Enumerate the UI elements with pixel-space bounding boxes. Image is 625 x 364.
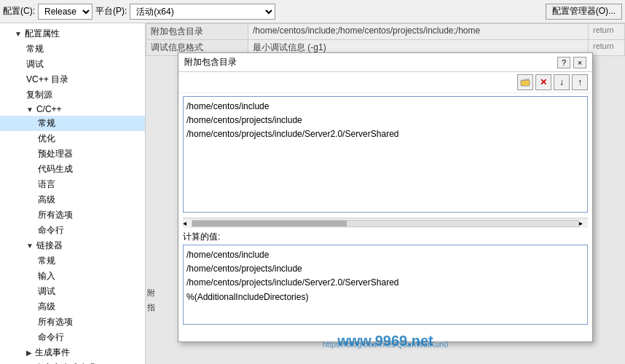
sidebar-label-ming-ling-hang: 命令行 [38, 224, 64, 237]
sidebar-item-lj-gao-ji[interactable]: 高级 [0, 299, 145, 314]
sidebar-item-lj-ming-ling-hang[interactable]: 命令行 [0, 330, 145, 345]
sidebar-item-yu-yan[interactable]: 语言 [0, 177, 145, 192]
sidebar-item-you-hua[interactable]: 优化 [0, 131, 145, 146]
sidebar-item-c-chang-gui[interactable]: 常规 [0, 116, 145, 131]
sidebar-label-lj-diao-shi: 调试 [38, 285, 55, 298]
sidebar-label-vc-plus-plus: VC++ 目录 [26, 74, 68, 86]
tree-arrow-sheng-cheng-shi-jian [26, 349, 32, 357]
main-layout: 配置属性 常规 调试 VC++ 目录 复制源 C/C++ 常规 优化 [0, 23, 625, 364]
main-toolbar: 配置(C): Release 平台(P): 活动(x64) 配置管理器(O)..… [0, 0, 625, 23]
sidebar-label-lj-chang-gui: 常规 [38, 255, 55, 267]
bottom-label1: 附 [147, 288, 155, 298]
sidebar-label-chang-gui: 常规 [26, 43, 44, 55]
move-up-btn[interactable]: ↑ [572, 74, 588, 90]
bottom-label2: 指 [147, 302, 155, 313]
sidebar-item-fu-zhi-yuan[interactable]: 复制源 [0, 87, 145, 103]
delete-btn[interactable]: ✕ [535, 74, 551, 90]
hscroll-track[interactable] [192, 220, 579, 227]
sidebar-item-diao-shi[interactable]: 调试 [0, 57, 145, 72]
sidebar-label-lj-shu-ru: 输入 [38, 270, 55, 282]
modal-title: 附加包含目录 [184, 56, 237, 68]
sidebar-item-c-cpp[interactable]: C/C++ [0, 103, 145, 116]
tree-arrow-lian-jie-qi [26, 242, 34, 250]
sidebar-label-yu-chu-li-qi: 预处理器 [38, 148, 73, 160]
sidebar-item-dai-ma-sheng-cheng[interactable]: 代码生成 [0, 162, 145, 177]
sidebar-item-gao-ji[interactable]: 高级 [0, 192, 145, 207]
sidebar-item-lj-diao-shi[interactable]: 调试 [0, 284, 145, 299]
sidebar-item-yu-chu-li-qi[interactable]: 预处理器 [0, 146, 145, 162]
sidebar-item-lian-jie-qi[interactable]: 链接器 [0, 238, 145, 253]
config-label: 配置(C): [3, 5, 35, 17]
config-manager-btn[interactable]: 配置管理器(O)... [546, 4, 622, 20]
platform-label: 平台(P): [95, 5, 127, 17]
modal-controls: ? × [557, 57, 586, 68]
sidebar-item-lj-suo-you-xuan-xiang[interactable]: 所有选项 [0, 314, 145, 330]
folder-btn[interactable] [517, 74, 533, 90]
modal-textarea-wrap: /home/centos/include /home/centos/projec… [178, 93, 592, 218]
sidebar-item-suo-you-xuan-xiang[interactable]: 所有选项 [0, 207, 145, 223]
sidebar-label-pei-zhi-shu-xing: 配置属性 [25, 28, 60, 40]
sidebar-label-lj-suo-you-xuan-xiang: 所有选项 [38, 316, 73, 328]
sidebar-item-lj-chang-gui[interactable]: 常规 [0, 253, 145, 269]
sidebar-item-zi-ding-yi[interactable]: 自定义生成步骤 [0, 360, 145, 364]
tree-arrow-c-cpp [26, 106, 34, 114]
sidebar: 配置属性 常规 调试 VC++ 目录 复制源 C/C++ 常规 优化 [0, 23, 146, 364]
sidebar-label-suo-you-xuan-xiang: 所有选项 [38, 209, 73, 221]
modal-overlay: 附加包含目录 ? × ✕ ↓ ↑ [146, 23, 625, 364]
calc-textarea[interactable]: /home/centos/include /home/centos/projec… [183, 245, 588, 325]
hscroll-left-btn[interactable]: ◂ [183, 219, 192, 227]
modal-bottom-spacer: https://blog.csdn.net/QuanWaiKun0 [178, 327, 592, 341]
sidebar-label-gao-ji: 高级 [38, 194, 55, 206]
modal-dialog: 附加包含目录 ? × ✕ ↓ ↑ [178, 52, 593, 342]
sidebar-item-pei-zhi-shu-xing[interactable]: 配置属性 [0, 26, 145, 41]
sidebar-item-lj-shu-ru[interactable]: 输入 [0, 269, 145, 284]
hscroll-thumb[interactable] [192, 221, 347, 226]
watermark-url: https://blog.csdn.net/QuanWaiKun0 [323, 340, 449, 349]
modal-hscroll[interactable]: ◂ ▸ [183, 218, 588, 228]
content-area: 附加包含目录 /home/centos/include;/home/centos… [146, 23, 625, 364]
calc-label: 计算的值: [183, 231, 588, 243]
modal-titlebar: 附加包含目录 ? × [178, 53, 592, 72]
move-down-btn[interactable]: ↓ [554, 74, 570, 90]
modal-action-toolbar: ✕ ↓ ↑ [178, 72, 592, 93]
tree-arrow-pei-zhi-shu-xing [15, 30, 22, 38]
sidebar-item-chang-gui[interactable]: 常规 [0, 41, 145, 57]
modal-help-btn[interactable]: ? [557, 57, 570, 68]
sidebar-item-sheng-cheng-shi-jian[interactable]: 生成事件 [0, 345, 145, 360]
config-select[interactable]: Release [38, 4, 93, 20]
modal-close-btn[interactable]: × [573, 57, 586, 68]
sidebar-label-you-hua: 优化 [38, 132, 55, 145]
hscroll-right-btn[interactable]: ▸ [579, 219, 588, 227]
sidebar-label-c-chang-gui: 常规 [38, 117, 55, 130]
sidebar-label-lian-jie-qi: 链接器 [36, 240, 63, 252]
sidebar-label-lj-gao-ji: 高级 [38, 301, 55, 313]
calc-section: 计算的值: /home/centos/include /home/centos/… [178, 228, 592, 327]
sidebar-label-yu-yan: 语言 [38, 178, 55, 191]
sidebar-label-fu-zhi-yuan: 复制源 [26, 89, 52, 101]
sidebar-item-vc-plus-plus[interactable]: VC++ 目录 [0, 72, 145, 87]
sidebar-item-ming-ling-hang[interactable]: 命令行 [0, 223, 145, 238]
sidebar-label-sheng-cheng-shi-jian: 生成事件 [35, 347, 70, 359]
sidebar-label-c-cpp: C/C++ [36, 104, 62, 114]
sidebar-label-lj-ming-ling-hang: 命令行 [38, 331, 64, 344]
modal-paths-textarea[interactable]: /home/centos/include /home/centos/projec… [183, 96, 588, 213]
platform-select[interactable]: 活动(x64) [130, 4, 275, 20]
sidebar-label-diao-shi: 调试 [26, 58, 44, 71]
sidebar-label-dai-ma-sheng-cheng: 代码生成 [38, 163, 73, 175]
